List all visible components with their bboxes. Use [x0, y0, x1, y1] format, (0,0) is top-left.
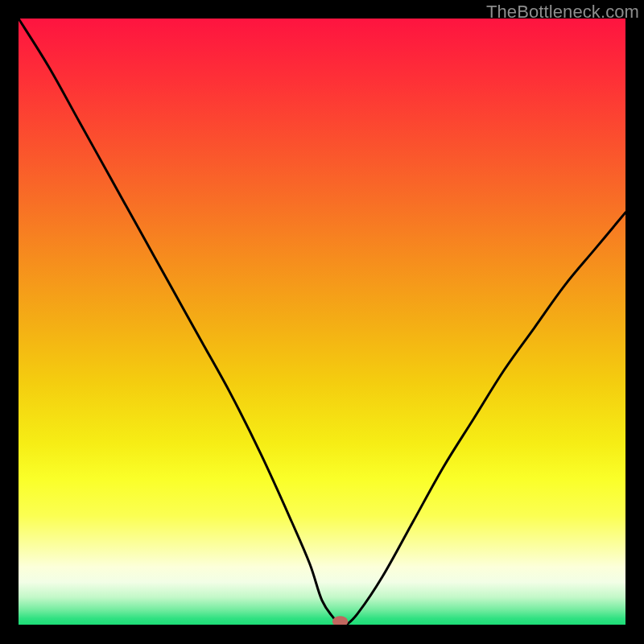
gradient-background	[19, 19, 625, 625]
bottleneck-chart	[19, 19, 625, 625]
outer-frame: TheBottleneck.com	[0, 0, 644, 644]
plot-area	[19, 19, 625, 625]
